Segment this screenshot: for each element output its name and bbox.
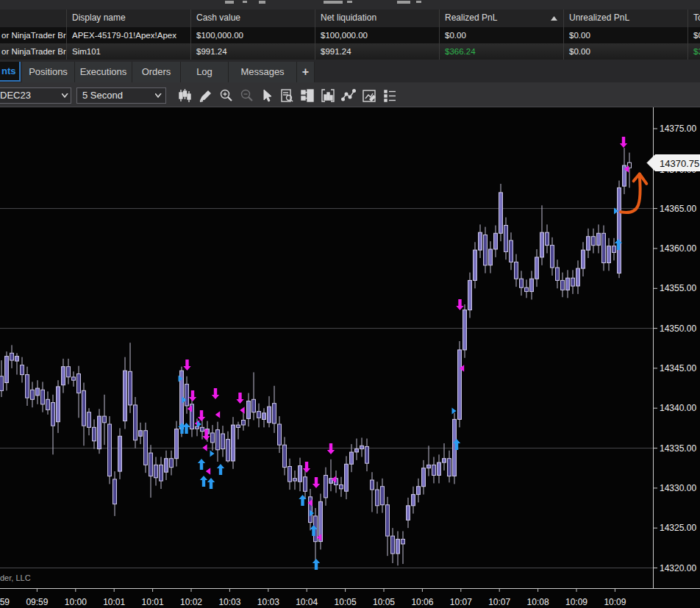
svg-text:10:07: 10:07 [488, 597, 510, 607]
svg-text:14345.00: 14345.00 [660, 363, 696, 373]
svg-text:10:05: 10:05 [373, 597, 395, 607]
svg-text:14350.00: 14350.00 [660, 323, 696, 334]
svg-text:10:01: 10:01 [103, 597, 125, 607]
svg-text:10:00: 10:00 [65, 597, 87, 607]
svg-text:10:09: 10:09 [604, 597, 626, 607]
svg-text:14340.00: 14340.00 [660, 403, 696, 413]
svg-text:14365.00: 14365.00 [660, 204, 696, 214]
svg-text:10:02: 10:02 [180, 597, 202, 607]
svg-text:14335.00: 14335.00 [660, 443, 696, 454]
svg-text:14375.00: 14375.00 [660, 124, 696, 134]
svg-text:10:05: 10:05 [335, 597, 357, 607]
svg-text:10:03: 10:03 [218, 597, 240, 607]
svg-text:14370.75: 14370.75 [660, 158, 699, 169]
svg-text:der, LLC: der, LLC [0, 573, 31, 582]
svg-text:10:07: 10:07 [450, 597, 472, 607]
svg-text:14355.00: 14355.00 [660, 283, 696, 293]
svg-text:14320.00: 14320.00 [660, 563, 696, 573]
svg-text:14330.00: 14330.00 [660, 483, 696, 493]
svg-text:14360.00: 14360.00 [660, 243, 696, 254]
svg-text:10:08: 10:08 [527, 597, 549, 607]
svg-text:10:03: 10:03 [257, 597, 279, 607]
svg-text:10:01: 10:01 [142, 597, 164, 607]
svg-text:14325.00: 14325.00 [660, 523, 696, 533]
svg-text:09:59: 09:59 [26, 597, 48, 607]
svg-text:10:04: 10:04 [296, 597, 318, 607]
svg-text:10:09: 10:09 [565, 597, 588, 607]
svg-text:10:06: 10:06 [411, 597, 433, 607]
svg-text:09:59: 09:59 [0, 597, 10, 607]
